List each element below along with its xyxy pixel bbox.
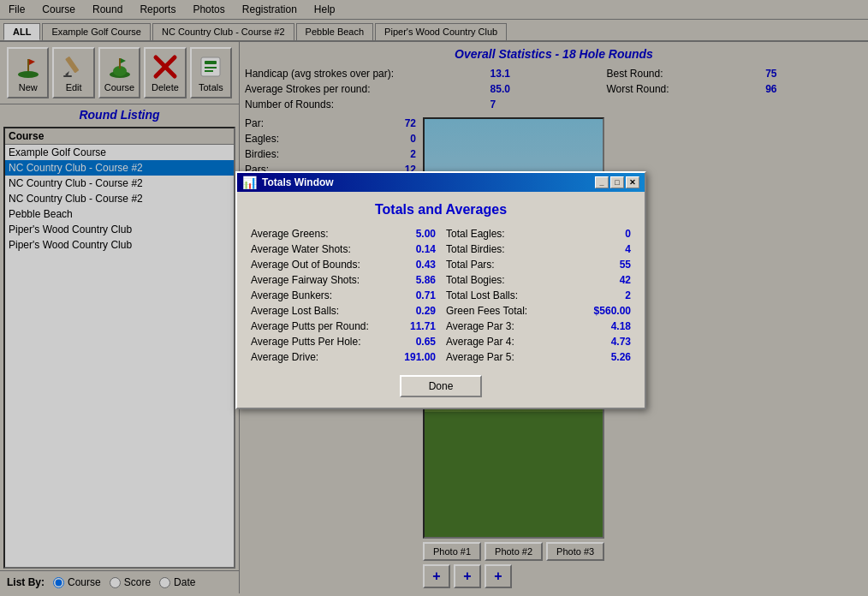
- window-content: Totals and Averages Average Greens:5.00A…: [237, 192, 645, 408]
- totals-right-label-3: Total Bogies:: [446, 274, 505, 286]
- totals-grid: Average Greens:5.00Average Water Shots:0…: [251, 228, 631, 363]
- totals-right-value-4: 2: [580, 289, 631, 301]
- totals-left-value-8: 191.00: [384, 351, 436, 363]
- totals-right-row: Total Pars:55: [446, 259, 631, 271]
- totals-right-label-7: Average Par 4:: [446, 336, 514, 348]
- totals-right-label-4: Total Lost Balls:: [446, 289, 518, 301]
- totals-left-label-8: Average Drive:: [251, 351, 318, 363]
- modal-overlay: 📊 Totals Window _ □ ✕ Totals and Average…: [0, 0, 868, 596]
- totals-left-value-5: 0.29: [384, 305, 436, 317]
- totals-left-label-1: Average Water Shots:: [251, 243, 351, 255]
- totals-right-value-7: 4.73: [580, 336, 631, 348]
- totals-left-label-3: Average Fairway Shots:: [251, 274, 360, 286]
- totals-right-row: Total Eagles:0: [446, 228, 631, 240]
- totals-done-row: Done: [251, 375, 631, 397]
- totals-right-value-8: 5.26: [580, 351, 631, 363]
- totals-right-label-1: Total Birdies:: [446, 243, 505, 255]
- totals-right-value-5: $560.00: [580, 305, 631, 317]
- totals-right-row: Green Fees Total:$560.00: [446, 305, 631, 317]
- window-titlebar: 📊 Totals Window _ □ ✕: [237, 173, 645, 192]
- totals-window: 📊 Totals Window _ □ ✕ Totals and Average…: [235, 171, 646, 409]
- totals-right-value-2: 55: [580, 259, 631, 271]
- totals-right-label-5: Green Fees Total:: [446, 305, 527, 317]
- window-restore-button[interactable]: □: [610, 176, 624, 188]
- totals-right-row: Average Par 3:4.18: [446, 320, 631, 332]
- totals-right-row: Total Lost Balls:2: [446, 289, 631, 301]
- totals-right-value-6: 4.18: [580, 320, 631, 332]
- totals-right-value-3: 42: [580, 274, 631, 286]
- totals-left-label-5: Average Lost Balls:: [251, 305, 339, 317]
- totals-right-value-1: 4: [580, 243, 631, 255]
- totals-right-row: Average Par 5:5.26: [446, 351, 631, 363]
- totals-left-row: Average Bunkers:0.71: [251, 289, 436, 301]
- totals-left-value-7: 0.65: [384, 336, 436, 348]
- totals-right-label-2: Total Pars:: [446, 259, 495, 271]
- totals-left-row: Average Out of Bounds:0.43: [251, 259, 436, 271]
- window-close-button[interactable]: ✕: [626, 176, 639, 188]
- totals-left-value-1: 0.14: [384, 243, 436, 255]
- totals-left-value-0: 5.00: [384, 228, 436, 240]
- totals-left-row: Average Putts per Round:11.71: [251, 320, 436, 332]
- totals-left-row: Average Putts Per Hole:0.65: [251, 336, 436, 348]
- totals-right-value-0: 0: [580, 228, 631, 240]
- totals-right-label-0: Total Eagles:: [446, 228, 505, 240]
- totals-left-label-6: Average Putts per Round:: [251, 320, 369, 332]
- totals-left-col: Average Greens:5.00Average Water Shots:0…: [251, 228, 436, 363]
- totals-left-row: Average Drive:191.00: [251, 351, 436, 363]
- totals-left-label-0: Average Greens:: [251, 228, 329, 240]
- window-minimize-button[interactable]: _: [595, 176, 609, 188]
- totals-right-label-8: Average Par 5:: [446, 351, 514, 363]
- totals-left-label-4: Average Bunkers:: [251, 289, 332, 301]
- totals-heading: Totals and Averages: [251, 202, 631, 218]
- totals-left-value-3: 5.86: [384, 274, 436, 286]
- totals-right-row: Average Par 4:4.73: [446, 336, 631, 348]
- done-button[interactable]: Done: [400, 375, 483, 397]
- totals-left-value-4: 0.71: [384, 289, 436, 301]
- totals-left-row: Average Greens:5.00: [251, 228, 436, 240]
- window-title-label: Totals Window: [262, 176, 334, 188]
- totals-left-label-7: Average Putts Per Hole:: [251, 336, 361, 348]
- totals-right-label-6: Average Par 3:: [446, 320, 514, 332]
- totals-left-row: Average Fairway Shots:5.86: [251, 274, 436, 286]
- totals-left-label-2: Average Out of Bounds:: [251, 259, 360, 271]
- totals-left-value-6: 11.71: [384, 320, 436, 332]
- window-title-icon: 📊: [242, 176, 257, 189]
- totals-right-col: Total Eagles:0Total Birdies:4Total Pars:…: [446, 228, 631, 363]
- totals-left-value-2: 0.43: [384, 259, 436, 271]
- totals-right-row: Total Birdies:4: [446, 243, 631, 255]
- totals-left-row: Average Water Shots:0.14: [251, 243, 436, 255]
- totals-left-row: Average Lost Balls:0.29: [251, 305, 436, 317]
- totals-right-row: Total Bogies:42: [446, 274, 631, 286]
